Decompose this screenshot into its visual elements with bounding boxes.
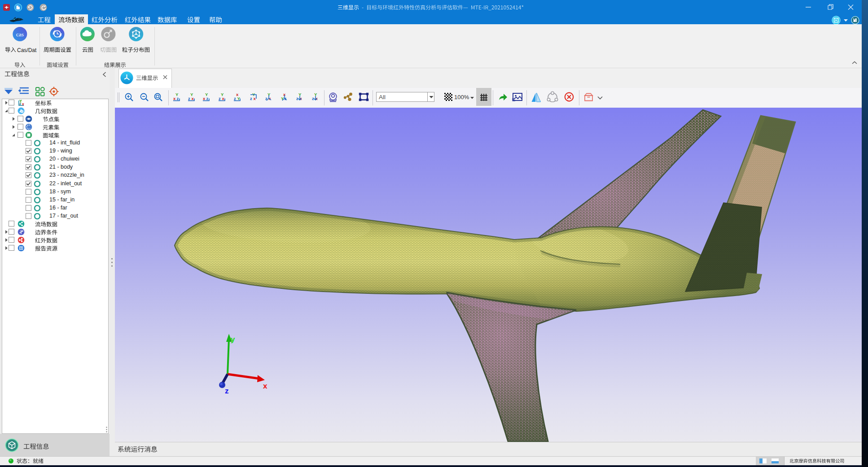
svg-text:cas: cas	[16, 31, 24, 38]
svg-text:y: y	[231, 335, 235, 344]
svg-text:Y: Y	[221, 92, 224, 97]
svg-text:x: x	[236, 92, 239, 97]
svg-text:z: z	[19, 102, 21, 106]
svg-text:x: x	[263, 382, 267, 390]
svg-text:z: z	[225, 387, 229, 395]
svg-text:Y: Y	[175, 92, 179, 97]
svg-text:Y: Y	[205, 92, 208, 97]
svg-text:Y: Y	[190, 92, 193, 97]
svg-text:x: x	[22, 102, 24, 106]
